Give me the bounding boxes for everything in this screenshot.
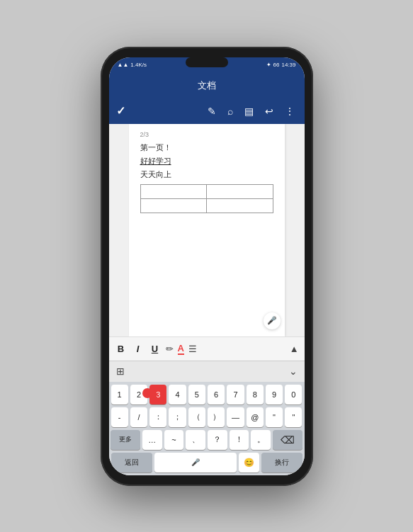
key-ellipsis[interactable]: … <box>142 430 162 450</box>
keyboard-row-symbols: - / ： ； （ ） — @ " " <box>111 407 302 427</box>
format-bar: B I U ✏ A ☰ ▲ <box>109 336 305 361</box>
key-more[interactable]: 更多 <box>111 430 140 450</box>
mic-button[interactable]: 🎤 <box>264 312 281 329</box>
camera-notch <box>186 57 228 67</box>
key-6[interactable]: 6 <box>208 385 225 404</box>
title-bar: 文档 <box>109 73 305 98</box>
key-emoji[interactable]: 😊 <box>239 453 259 472</box>
toolbar: ✓ ✎ ⌕ ▤ ↩ ⋮ <box>109 98 305 124</box>
search-button[interactable]: ⌕ <box>225 103 236 120</box>
doc-line-3[interactable]: 天天向上 <box>140 169 273 180</box>
key-slash[interactable]: / <box>130 407 147 427</box>
document-area: 2/3 第一页！ 好好学习 天天向上 🎤 <box>109 124 305 336</box>
expand-format-button[interactable]: ▲ <box>290 344 299 354</box>
battery-icon: 66 <box>273 62 280 68</box>
key-8[interactable]: 8 <box>247 385 264 404</box>
key-5[interactable]: 5 <box>188 385 205 404</box>
undo-button[interactable]: ↩ <box>262 103 276 120</box>
key-at[interactable]: @ <box>247 407 264 427</box>
key-back[interactable]: 返回 <box>111 453 152 472</box>
key-exclaim[interactable]: ！ <box>230 430 249 450</box>
toolbar-right: ✎ ⌕ ▤ ↩ ⋮ <box>205 103 298 120</box>
doc-page: 2/3 第一页！ 好好学习 天天向上 🎤 <box>129 124 285 336</box>
status-right: ✦ 66 14:39 <box>266 62 296 68</box>
font-color-button[interactable]: A <box>178 343 184 355</box>
key-emdash[interactable]: — <box>227 407 244 427</box>
key-question[interactable]: ？ <box>208 430 227 450</box>
key-enter[interactable]: 换行 <box>261 453 302 472</box>
key-rparen[interactable]: ） <box>208 407 225 427</box>
app-title: 文档 <box>198 79 216 92</box>
status-left: ▲▲ 1.4K/s <box>118 62 147 68</box>
key-lparen[interactable]: （ <box>188 407 205 427</box>
keyboard-row-3: 更多 … ~ 、 ？ ！ 。 ⌫ <box>111 430 302 450</box>
table-cell <box>140 198 207 213</box>
key-tilde[interactable]: ~ <box>164 430 184 450</box>
symbols-grid-icon[interactable]: ⊞ <box>116 366 125 377</box>
table-cell <box>207 198 273 213</box>
backspace-key[interactable]: ⌫ <box>273 430 302 450</box>
key-period[interactable]: 。 <box>251 430 271 450</box>
key-colon[interactable]: ： <box>149 407 166 427</box>
doc-view-button[interactable]: ▤ <box>242 103 256 120</box>
key-1[interactable]: 1 <box>111 385 128 404</box>
doc-line-1[interactable]: 第一页！ <box>140 142 273 153</box>
signal-icon: ▲▲ <box>118 62 129 68</box>
key-9[interactable]: 9 <box>266 385 283 404</box>
italic-button[interactable]: I <box>132 342 145 356</box>
list-button[interactable]: ☰ <box>188 344 197 354</box>
pen-tool-icon[interactable]: ✎ <box>205 103 219 120</box>
key-7[interactable]: 7 <box>227 385 244 404</box>
more-menu-button[interactable]: ⋮ <box>282 103 298 120</box>
table-cell <box>207 184 273 198</box>
key-pause[interactable]: 、 <box>186 430 205 450</box>
table-cell <box>140 184 207 198</box>
collapse-keyboard-button[interactable]: ⌄ <box>289 366 298 377</box>
symbols-bar: ⊞ ⌄ <box>109 361 305 382</box>
key-4[interactable]: 4 <box>169 385 186 404</box>
key-rquote[interactable]: " <box>285 407 302 427</box>
key-lquote[interactable]: " <box>266 407 283 427</box>
page-number: 2/3 <box>140 131 273 138</box>
bold-button[interactable]: B <box>115 342 128 356</box>
phone-shell: ▲▲ 1.4K/s ✦ 66 14:39 文档 ✓ ✎ ⌕ ▤ ↩ ⋮ <box>101 47 313 486</box>
key-3[interactable]: 3 <box>149 385 166 404</box>
table-row <box>140 184 273 198</box>
doc-table <box>140 184 273 213</box>
wifi-icon: 1.4K/s <box>130 62 147 68</box>
table-row <box>140 198 273 213</box>
key-semicolon[interactable]: ； <box>169 407 186 427</box>
highlight-pen-icon[interactable]: ✏ <box>166 344 174 354</box>
key-0[interactable]: 0 <box>285 385 302 404</box>
bt-icon: ✦ <box>266 62 271 68</box>
keyboard: 1 2 3 4 5 6 7 8 9 0 - / ： ； <box>109 382 305 475</box>
check-button[interactable]: ✓ <box>116 104 125 118</box>
key-dash[interactable]: - <box>111 407 128 427</box>
time-display: 14:39 <box>281 62 295 68</box>
keyboard-row-numbers: 1 2 3 4 5 6 7 8 9 0 <box>111 385 302 404</box>
phone-screen: ▲▲ 1.4K/s ✦ 66 14:39 文档 ✓ ✎ ⌕ ▤ ↩ ⋮ <box>109 57 305 475</box>
key-space[interactable]: 🎤 <box>154 453 237 472</box>
keyboard-row-bottom: 返回 🎤 😊 换行 <box>111 453 302 472</box>
underline-button[interactable]: U <box>149 342 162 356</box>
doc-line-2[interactable]: 好好学习 <box>140 156 273 166</box>
